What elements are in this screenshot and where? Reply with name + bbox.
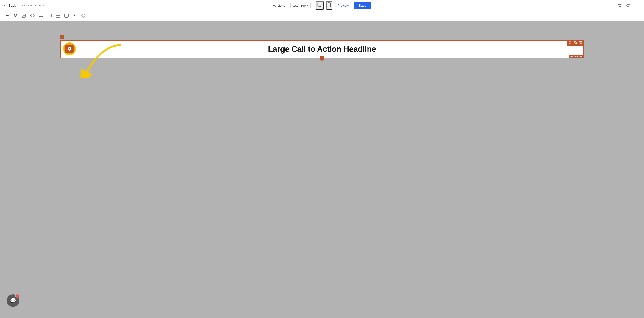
move-up-icon: ↑	[62, 35, 63, 38]
svg-rect-24	[56, 16, 58, 17]
element-actions	[567, 40, 584, 46]
version-dropdown[interactable]: test three ▾	[290, 3, 310, 8]
chat-icon: 💬	[10, 298, 16, 304]
diff-button[interactable]	[633, 2, 640, 9]
svg-rect-35	[575, 42, 576, 44]
redo-button[interactable]	[625, 2, 632, 9]
settings-icon-circle[interactable]	[63, 42, 76, 55]
svg-rect-17	[39, 14, 43, 17]
delete-element-button[interactable]	[578, 40, 583, 45]
image-button[interactable]	[71, 12, 79, 20]
headline-text: Large Call to Action Headline	[268, 45, 376, 54]
layers-button[interactable]	[12, 12, 19, 20]
version-name: test three	[293, 4, 306, 7]
preview-tool-button[interactable]	[37, 12, 45, 20]
svg-rect-31	[73, 14, 77, 17]
chat-badge: 2	[15, 294, 20, 298]
save-button[interactable]: Save	[354, 2, 371, 9]
add-below-button[interactable]: +	[320, 56, 324, 61]
header-left: ← Back Last saved a day ago	[4, 3, 47, 7]
svg-rect-0	[318, 3, 322, 6]
widget-button[interactable]	[54, 12, 62, 20]
svg-point-5	[329, 6, 329, 7]
svg-marker-13	[14, 14, 17, 16]
settings-inner	[65, 45, 74, 53]
saved-status: Last saved a day ago	[20, 4, 47, 7]
header-actions	[616, 2, 640, 9]
mobile-view-button[interactable]	[326, 1, 332, 10]
add-element-button[interactable]	[4, 12, 11, 20]
svg-rect-36	[580, 42, 582, 44]
svg-rect-22	[56, 14, 58, 15]
gear-icon	[67, 46, 72, 51]
element-container: ↑ Large Call to Action Headline HEADLINE	[60, 35, 584, 58]
header-bar: ← Back Last saved a day ago Versions tes…	[0, 0, 644, 11]
chevron-down-icon: ▾	[307, 4, 308, 7]
code-button[interactable]	[28, 12, 36, 20]
move-handle[interactable]: ↑	[60, 35, 64, 39]
svg-marker-33	[82, 14, 85, 17]
grid-button[interactable]	[63, 12, 70, 20]
save-file-button[interactable]	[20, 12, 28, 20]
canvas-area: ↑ Large Call to Action Headline HEADLINE	[0, 21, 644, 318]
versions-button[interactable]: Versions	[273, 4, 285, 7]
back-arrow-icon: ←	[4, 3, 7, 7]
expand-element-button[interactable]	[568, 40, 572, 45]
svg-rect-20	[48, 14, 51, 17]
svg-rect-15	[23, 14, 25, 15]
selection-top-bar: ↑	[60, 35, 584, 40]
svg-rect-26	[65, 14, 68, 17]
component-button[interactable]	[80, 12, 87, 20]
svg-point-32	[74, 15, 74, 15]
undo-button[interactable]	[616, 2, 623, 9]
device-icons	[316, 1, 332, 10]
back-label: Back	[8, 3, 16, 7]
back-button[interactable]: ← Back	[4, 3, 16, 7]
svg-rect-25	[58, 16, 60, 17]
toolbar	[0, 11, 644, 21]
headline-element[interactable]: Large Call to Action Headline HEADLINE +	[60, 40, 584, 58]
duplicate-element-button[interactable]	[573, 40, 578, 45]
header-right	[616, 2, 640, 9]
svg-rect-23	[58, 14, 60, 15]
svg-rect-16	[22, 15, 25, 17]
chat-widget[interactable]: 💬 2	[7, 294, 19, 307]
headline-tag: HEADLINE	[569, 55, 584, 58]
desktop-view-button[interactable]	[316, 1, 324, 10]
layout-button[interactable]	[46, 12, 53, 20]
header-center: Versions test three ▾ Preview	[273, 1, 371, 10]
preview-button[interactable]: Preview	[338, 4, 348, 7]
